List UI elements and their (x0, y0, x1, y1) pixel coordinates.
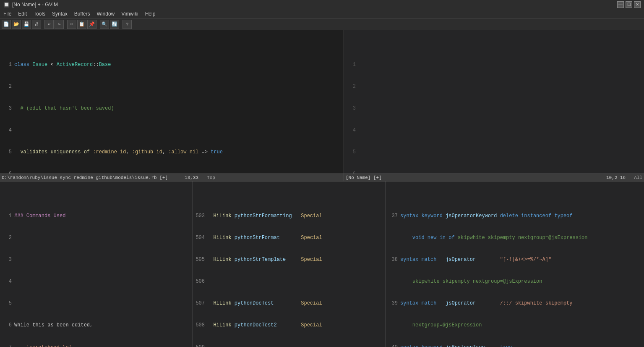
editor-container: 1class Issue < ActiveRecord::Base 2 3 # … (0, 30, 644, 347)
window-title: [No Name] + - GVIM (12, 2, 58, 8)
top-left-code: 1class Issue < ActiveRecord::Base 2 3 # … (0, 30, 344, 181)
bottom-pane: 1### Commands Used 2 3 4 5 6While this a… (0, 181, 644, 347)
status-pos-top-left: 13,33 (185, 175, 198, 180)
toolbar-copy[interactable]: 📋 (77, 20, 86, 29)
toolbar-paste[interactable]: 📌 (87, 20, 96, 29)
pane-bottom-mid[interactable]: 503 HiLink pythonStrFormatting Special 5… (193, 181, 386, 347)
menu-window[interactable]: Window (94, 9, 118, 18)
toolbar-new[interactable]: 📄 (2, 20, 11, 29)
minimize-button[interactable]: — (617, 1, 624, 8)
toolbar-replace[interactable]: 🔄 (110, 20, 119, 29)
top-right-code: 1 2 3 4 5 6 7 8 9 10 (New Files are Igno… (344, 30, 644, 181)
top-pane: 1class Issue < ActiveRecord::Base 2 3 # … (0, 30, 644, 181)
bottom-mid-code: 503 HiLink pythonStrFormatting Special 5… (193, 181, 386, 347)
status-scroll-top-left: Top (207, 175, 215, 180)
status-bar-top-left: D:\random\ruby\issue-sync-redmine-github… (0, 174, 344, 181)
toolbar-undo[interactable]: ↩ (44, 20, 54, 29)
toolbar-open[interactable]: 📂 (12, 20, 21, 29)
menu-vimwiki[interactable]: Vimwiki (118, 9, 141, 18)
maximize-button[interactable]: ☐ (626, 1, 632, 8)
status-scroll-top-right: All (634, 175, 642, 180)
menu-file[interactable]: File (0, 9, 15, 18)
menu-edit[interactable]: Edit (15, 9, 30, 18)
menu-tools[interactable]: Tools (30, 9, 49, 18)
toolbar-help[interactable]: ? (123, 20, 132, 29)
bottom-left-code: 1### Commands Used 2 3 4 5 6While this a… (0, 181, 193, 347)
toolbar-find[interactable]: 🔍 (100, 20, 109, 29)
app-icon: 🔲 (3, 2, 10, 8)
toolbar: 📄 📂 💾 🖨 ↩ ↪ ✂ 📋 📌 🔍 🔄 ? (0, 18, 644, 30)
toolbar-print[interactable]: 🖨 (32, 20, 41, 29)
toolbar-save[interactable]: 💾 (22, 20, 31, 29)
titlebar: 🔲 [No Name] + - GVIM — ☐ ✕ (0, 0, 644, 9)
pane-top-right[interactable]: 1 2 3 4 5 6 7 8 9 10 (New Files are Igno… (344, 30, 644, 181)
pane-top-left[interactable]: 1class Issue < ActiveRecord::Base 2 3 # … (0, 30, 344, 181)
titlebar-controls: — ☐ ✕ (617, 1, 641, 8)
toolbar-cut[interactable]: ✂ (67, 20, 76, 29)
pane-bottom-left[interactable]: 1### Commands Used 2 3 4 5 6While this a… (0, 181, 193, 347)
pane-bottom-right[interactable]: 37syntax keyword jsOperatorKeyword delet… (386, 181, 644, 347)
close-button[interactable]: ✕ (634, 1, 641, 8)
menu-syntax[interactable]: Syntax (49, 9, 71, 18)
menu-buffers[interactable]: Buffers (71, 9, 94, 18)
status-bar-top-right: [No Name] [+] 10,2-16 All (344, 174, 644, 181)
status-filename-top-right: [No Name] [+] (346, 175, 382, 180)
status-filename-top-left: D:\random\ruby\issue-sync-redmine-github… (2, 175, 168, 180)
titlebar-left: 🔲 [No Name] + - GVIM (3, 2, 58, 8)
bottom-right-code: 37syntax keyword jsOperatorKeyword delet… (386, 181, 644, 347)
menubar: File Edit Tools Syntax Buffers Window Vi… (0, 9, 644, 18)
menu-help[interactable]: Help (142, 9, 159, 18)
toolbar-redo[interactable]: ↪ (55, 20, 64, 29)
status-pos-top-right: 10,2-16 (606, 175, 626, 180)
